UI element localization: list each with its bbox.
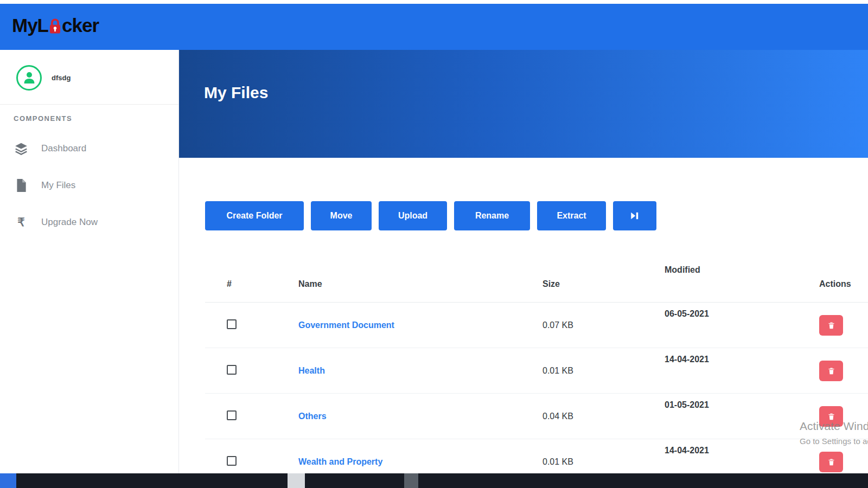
delete-button[interactable] xyxy=(819,361,843,381)
row-checkbox[interactable] xyxy=(227,456,237,466)
file-modified-date: 14-04-2021 xyxy=(643,439,797,455)
sidebar: dfsdg COMPONENTS Dashboard My Files xyxy=(0,50,179,473)
activation-watermark-line1: Activate Windows xyxy=(800,420,868,433)
extract-button[interactable]: Extract xyxy=(537,201,606,230)
activation-watermark-line2: Go to Settings to activate Windows. xyxy=(800,436,868,446)
table-row: Health 0.01 KB 14-04-2021 xyxy=(205,348,868,394)
layers-icon xyxy=(14,142,28,156)
file-name-link[interactable]: Others xyxy=(298,412,327,421)
file-icon xyxy=(14,178,28,192)
page-header-banner: My Files xyxy=(179,50,868,158)
user-profile[interactable]: dfsdg xyxy=(0,50,178,92)
avatar xyxy=(16,65,42,91)
person-icon xyxy=(21,69,37,86)
file-size: 0.01 KB xyxy=(521,457,643,467)
taskbar-gray-segment xyxy=(404,473,418,488)
file-modified-date: 01-05-2021 xyxy=(643,394,797,410)
components-section-label: COMPONENTS xyxy=(0,105,178,123)
trash-icon xyxy=(827,367,835,375)
table-row: Others 0.04 KB 01-05-2021 xyxy=(205,394,868,439)
sidebar-item-label: Upgrade Now xyxy=(41,217,98,228)
file-name-link[interactable]: Health xyxy=(298,366,325,375)
file-size: 0.07 KB xyxy=(521,320,643,330)
sidebar-item-label: My Files xyxy=(41,180,75,191)
file-size: 0.01 KB xyxy=(521,366,643,376)
row-checkbox[interactable] xyxy=(227,410,237,420)
sidebar-item-upgrade-now[interactable]: ₹ Upgrade Now xyxy=(0,204,178,241)
file-name-link[interactable]: Wealth and Property xyxy=(298,457,382,466)
column-header-index: # xyxy=(205,254,277,302)
page-title: My Files xyxy=(204,84,268,102)
table-row: Government Document 0.07 KB 06-05-2021 xyxy=(205,303,868,348)
file-name-link[interactable]: Government Document xyxy=(298,320,394,330)
app-logo: MyL cker xyxy=(12,15,99,36)
skip-forward-icon xyxy=(630,211,640,221)
delete-button[interactable] xyxy=(819,452,843,472)
rename-button[interactable]: Rename xyxy=(454,201,530,230)
column-header-size: Size xyxy=(521,254,643,302)
table-header-row: # Name Size Modified Actions xyxy=(205,254,868,303)
trash-icon xyxy=(827,458,835,466)
column-header-modified: Modified xyxy=(643,254,797,302)
file-modified-date: 14-04-2021 xyxy=(643,348,797,364)
column-header-name: Name xyxy=(277,254,521,302)
file-modified-date: 06-05-2021 xyxy=(643,303,797,319)
taskbar-light-segment xyxy=(288,473,305,488)
trash-icon xyxy=(827,321,835,330)
file-size: 0.04 KB xyxy=(521,412,643,421)
row-checkbox[interactable] xyxy=(227,319,237,329)
username: dfsdg xyxy=(52,74,71,82)
logo-text-1: MyL xyxy=(12,15,48,36)
column-header-actions: Actions xyxy=(797,254,868,302)
skip-icon-button[interactable] xyxy=(613,201,656,230)
sidebar-item-my-files[interactable]: My Files xyxy=(0,167,178,204)
create-folder-button[interactable]: Create Folder xyxy=(205,201,304,230)
activation-watermark: Activate Windows Go to Settings to activ… xyxy=(800,420,868,446)
move-button[interactable]: Move xyxy=(311,201,372,230)
files-table: # Name Size Modified Actions Government … xyxy=(205,254,868,485)
topbar: MyL cker xyxy=(0,4,868,50)
taskbar[interactable] xyxy=(0,473,868,488)
lock-icon xyxy=(48,17,62,35)
sidebar-item-label: Dashboard xyxy=(41,143,86,154)
delete-button[interactable] xyxy=(819,315,843,336)
row-checkbox[interactable] xyxy=(227,365,237,375)
taskbar-blue-segment xyxy=(0,473,16,488)
rupee-icon: ₹ xyxy=(14,216,28,229)
logo-text-2: cker xyxy=(62,15,99,36)
sidebar-nav: Dashboard My Files ₹ Upgrade Now xyxy=(0,130,178,241)
file-toolbar: Create Folder Move Upload Rename Extract xyxy=(205,201,656,230)
upload-button[interactable]: Upload xyxy=(379,201,447,230)
sidebar-item-dashboard[interactable]: Dashboard xyxy=(0,130,178,167)
